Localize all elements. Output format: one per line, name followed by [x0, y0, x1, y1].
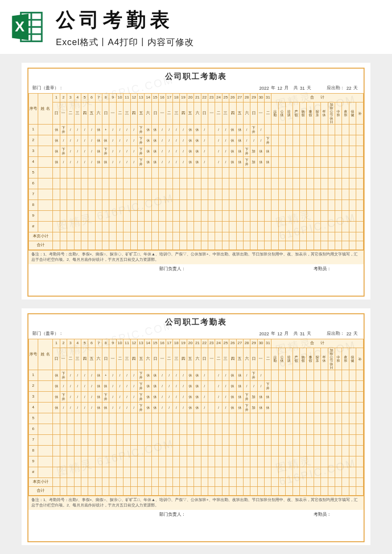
day-cell[interactable] — [257, 200, 264, 211]
sum-cell[interactable] — [286, 211, 293, 222]
sum-cell[interactable] — [314, 403, 320, 413]
sum-cell[interactable] — [321, 370, 328, 381]
day-cell[interactable] — [208, 157, 215, 168]
day-cell[interactable]: 休 — [145, 146, 151, 157]
day-cell[interactable]: 下井 — [243, 157, 250, 168]
sum-cell[interactable] — [356, 200, 364, 211]
sum-cell[interactable] — [321, 381, 328, 392]
day-cell[interactable] — [166, 456, 172, 467]
day-cell[interactable] — [243, 222, 250, 232]
sum-cell[interactable] — [314, 211, 320, 222]
sum-cell[interactable] — [335, 435, 342, 446]
sum-cell[interactable] — [307, 189, 314, 200]
day-cell[interactable] — [67, 413, 74, 424]
sum-cell[interactable] — [349, 146, 356, 157]
sum-cell[interactable] — [335, 403, 342, 413]
day-cell[interactable]: / — [166, 403, 172, 413]
day-cell[interactable] — [151, 413, 158, 424]
day-cell[interactable]: 休 — [229, 403, 236, 413]
day-cell[interactable]: / — [172, 392, 179, 403]
day-cell[interactable] — [159, 446, 166, 456]
day-cell[interactable]: / — [250, 135, 257, 146]
day-cell[interactable] — [243, 168, 250, 178]
day-cell[interactable] — [201, 435, 208, 446]
day-cell[interactable]: 加 — [250, 157, 257, 168]
day-cell[interactable] — [60, 211, 67, 222]
day-cell[interactable] — [60, 456, 67, 467]
day-cell[interactable]: / — [88, 135, 95, 146]
day-cell[interactable] — [208, 135, 215, 146]
day-cell[interactable] — [229, 211, 236, 222]
sum-cell[interactable] — [300, 168, 307, 178]
sum-cell[interactable] — [342, 467, 349, 478]
day-cell[interactable] — [250, 424, 257, 435]
sum-cell[interactable] — [307, 168, 314, 178]
day-cell[interactable]: 加 — [250, 146, 257, 157]
day-cell[interactable] — [151, 168, 158, 178]
day-cell[interactable]: / — [159, 392, 166, 403]
day-cell[interactable] — [102, 200, 109, 211]
day-cell[interactable] — [81, 178, 88, 189]
sum-cell[interactable] — [321, 189, 328, 200]
day-cell[interactable]: / — [130, 381, 137, 392]
sum-cell[interactable] — [356, 435, 364, 446]
day-cell[interactable]: / — [201, 135, 208, 146]
sum-cell[interactable] — [335, 370, 342, 381]
day-cell[interactable] — [145, 189, 151, 200]
day-cell[interactable]: / — [81, 135, 88, 146]
day-cell[interactable] — [67, 446, 74, 456]
day-cell[interactable]: / — [215, 403, 222, 413]
sum-cell[interactable] — [271, 157, 278, 168]
sum-cell[interactable] — [349, 413, 356, 424]
day-cell[interactable]: / — [166, 146, 172, 157]
day-cell[interactable] — [208, 146, 215, 157]
day-cell[interactable] — [250, 189, 257, 200]
day-cell[interactable]: 休 — [151, 125, 158, 135]
day-cell[interactable] — [130, 189, 137, 200]
day-cell[interactable] — [67, 211, 74, 222]
day-cell[interactable]: 下井 — [102, 146, 109, 157]
day-cell[interactable] — [194, 424, 201, 435]
day-cell[interactable] — [151, 200, 158, 211]
day-cell[interactable] — [116, 200, 123, 211]
day-cell[interactable] — [208, 467, 215, 478]
sum-cell[interactable] — [328, 200, 335, 211]
day-cell[interactable]: / — [222, 381, 229, 392]
day-cell[interactable] — [88, 200, 95, 211]
sum-cell[interactable] — [349, 157, 356, 168]
day-cell[interactable] — [208, 222, 215, 232]
sum-cell[interactable] — [321, 135, 328, 146]
day-cell[interactable]: / — [201, 370, 208, 381]
day-cell[interactable] — [215, 178, 222, 189]
sum-cell[interactable] — [335, 467, 342, 478]
day-cell[interactable] — [88, 222, 95, 232]
day-cell[interactable] — [53, 424, 60, 435]
name-cell[interactable] — [38, 381, 53, 392]
day-cell[interactable] — [60, 178, 67, 189]
day-cell[interactable]: 休 — [194, 157, 201, 168]
day-cell[interactable] — [229, 222, 236, 232]
day-cell[interactable]: / — [130, 146, 137, 157]
day-cell[interactable]: 下井 — [60, 125, 67, 135]
day-cell[interactable] — [53, 222, 60, 232]
day-cell[interactable]: / — [222, 125, 229, 135]
sum-cell[interactable] — [286, 392, 293, 403]
day-cell[interactable]: 休 — [194, 125, 201, 135]
day-cell[interactable]: / — [180, 370, 187, 381]
day-cell[interactable] — [243, 178, 250, 189]
day-cell[interactable] — [159, 413, 166, 424]
day-cell[interactable]: / — [130, 157, 137, 168]
day-cell[interactable] — [243, 189, 250, 200]
day-cell[interactable] — [257, 456, 264, 467]
day-cell[interactable] — [243, 413, 250, 424]
day-cell[interactable] — [74, 222, 81, 232]
day-cell[interactable]: 下井 — [138, 135, 145, 146]
day-cell[interactable] — [81, 456, 88, 467]
day-cell[interactable] — [229, 200, 236, 211]
day-cell[interactable] — [250, 211, 257, 222]
day-cell[interactable]: / — [159, 370, 166, 381]
sum-cell[interactable] — [314, 146, 320, 157]
sum-cell[interactable] — [349, 456, 356, 467]
sum-cell[interactable] — [321, 222, 328, 232]
day-cell[interactable] — [53, 456, 60, 467]
